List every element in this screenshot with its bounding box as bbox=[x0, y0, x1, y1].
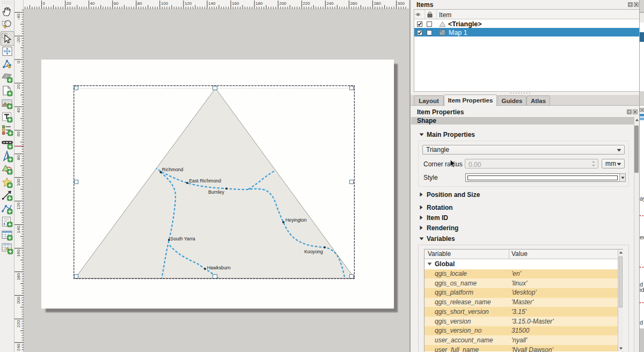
svg-text:180: 180 bbox=[255, 1, 263, 6]
svg-text:80: 80 bbox=[137, 1, 142, 6]
svg-text:20: 20 bbox=[67, 1, 71, 6]
svg-text:280: 280 bbox=[374, 1, 381, 6]
svg-text:160: 160 bbox=[232, 1, 239, 6]
svg-text:200: 200 bbox=[279, 1, 287, 6]
svg-text:120: 120 bbox=[16, 202, 21, 210]
svg-text:0: 0 bbox=[16, 61, 21, 63]
svg-text:40: 40 bbox=[90, 1, 95, 6]
svg-text:240: 240 bbox=[326, 1, 334, 6]
svg-text:180: 180 bbox=[16, 273, 21, 280]
svg-text:200: 200 bbox=[16, 296, 21, 304]
svg-text:-40: -40 bbox=[16, 13, 21, 20]
svg-text:0: 0 bbox=[43, 1, 46, 6]
svg-text:240: 240 bbox=[16, 343, 21, 351]
svg-text:220: 220 bbox=[16, 320, 21, 327]
svg-text:160: 160 bbox=[16, 250, 21, 257]
svg-text:80: 80 bbox=[16, 155, 21, 160]
svg-text:140: 140 bbox=[16, 226, 21, 233]
svg-text:60: 60 bbox=[114, 1, 119, 6]
svg-text:100: 100 bbox=[161, 1, 169, 6]
svg-text:140: 140 bbox=[208, 1, 216, 6]
svg-text:300: 300 bbox=[398, 1, 405, 6]
svg-text:40: 40 bbox=[16, 108, 21, 113]
svg-text:120: 120 bbox=[185, 1, 192, 6]
svg-text:60: 60 bbox=[16, 131, 21, 136]
svg-text:260: 260 bbox=[350, 1, 357, 6]
svg-text:20: 20 bbox=[16, 84, 21, 89]
svg-text:-20: -20 bbox=[16, 37, 21, 43]
svg-text:100: 100 bbox=[16, 179, 21, 186]
svg-text:220: 220 bbox=[303, 1, 310, 6]
